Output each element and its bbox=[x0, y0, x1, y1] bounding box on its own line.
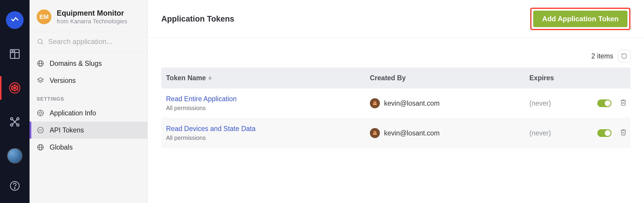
token-subtitle: All permissions bbox=[166, 135, 360, 141]
refresh-icon bbox=[621, 53, 627, 59]
settings-section-label: SETTINGS bbox=[30, 89, 147, 104]
rail-avatar[interactable] bbox=[0, 139, 30, 173]
nav-label: Domains & Slugs bbox=[50, 60, 102, 68]
th-expires[interactable]: Expires bbox=[525, 68, 590, 89]
nav-versions[interactable]: Versions bbox=[30, 72, 147, 89]
enable-toggle[interactable] bbox=[597, 129, 612, 137]
svg-point-18 bbox=[38, 39, 42, 44]
search-input[interactable] bbox=[48, 37, 140, 46]
user-avatar-icon bbox=[370, 98, 380, 108]
svg-rect-39 bbox=[374, 131, 376, 133]
token-subtitle: All permissions bbox=[166, 105, 360, 112]
svg-rect-40 bbox=[373, 133, 377, 135]
table-body: Read Entire Application All permissions … bbox=[161, 89, 630, 148]
globe-icon bbox=[36, 143, 45, 152]
rail-logo[interactable] bbox=[0, 3, 30, 37]
svg-line-19 bbox=[42, 43, 43, 45]
nav-api-tokens[interactable]: API API Tokens bbox=[30, 122, 147, 139]
sidebar: EM Equipment Monitor from Kanarra Techno… bbox=[30, 0, 148, 203]
rail-devices[interactable] bbox=[0, 71, 30, 105]
app-badge: EM bbox=[37, 9, 51, 24]
user-avatar-icon bbox=[370, 128, 380, 138]
app-header: EM Equipment Monitor from Kanarra Techno… bbox=[30, 0, 147, 32]
nav-application-info[interactable]: Application Info bbox=[30, 104, 147, 122]
token-name-link[interactable]: Read Devices and State Data bbox=[166, 125, 360, 133]
layers-icon bbox=[36, 76, 45, 85]
items-count: 2 items bbox=[591, 52, 613, 60]
topbar: Application Tokens Add Application Token bbox=[148, 0, 644, 38]
svg-text:API: API bbox=[39, 129, 42, 132]
rail-workflows[interactable] bbox=[0, 105, 30, 139]
created-by-email: kevin@losant.com bbox=[384, 129, 440, 137]
delete-button[interactable] bbox=[620, 99, 627, 108]
table-row: Read Entire Application All permissions … bbox=[161, 89, 630, 118]
add-application-token-button[interactable]: Add Application Token bbox=[533, 11, 627, 27]
nav-domains-slugs[interactable]: Domains & Slugs bbox=[30, 55, 147, 72]
svg-point-4 bbox=[14, 50, 15, 51]
list-meta: 2 items bbox=[148, 38, 644, 68]
gear-icon bbox=[36, 109, 45, 117]
expires-value: (never) bbox=[525, 123, 590, 144]
th-created-by[interactable]: Created By bbox=[365, 68, 525, 89]
svg-point-3 bbox=[12, 50, 13, 51]
svg-rect-37 bbox=[374, 102, 376, 103]
icon-rail bbox=[0, 0, 30, 203]
app-title: Equipment Monitor bbox=[57, 9, 127, 17]
api-icon: API bbox=[36, 126, 45, 135]
token-name-link[interactable]: Read Entire Application bbox=[166, 95, 360, 103]
svg-point-25 bbox=[39, 112, 42, 114]
globe-icon bbox=[36, 59, 45, 68]
refresh-button[interactable] bbox=[618, 50, 630, 62]
app-subtitle: from Kanarra Technologies bbox=[57, 18, 127, 25]
nav-label: API Tokens bbox=[50, 126, 84, 134]
nav-label: Versions bbox=[50, 77, 76, 85]
svg-rect-38 bbox=[373, 103, 377, 105]
delete-button[interactable] bbox=[620, 129, 627, 137]
tokens-table: Token Name Created By Expires Read Entir… bbox=[161, 68, 630, 148]
nav-main: Domains & Slugs Versions SETTINGS Applic… bbox=[30, 51, 147, 156]
nav-globals[interactable]: Globals bbox=[30, 139, 147, 156]
page-title: Application Tokens bbox=[161, 14, 234, 24]
rail-help[interactable] bbox=[0, 173, 30, 199]
table-header: Token Name Created By Expires bbox=[161, 68, 630, 89]
help-icon bbox=[9, 181, 20, 191]
trash-icon bbox=[620, 129, 627, 136]
expires-value: (never) bbox=[525, 93, 590, 114]
logo-icon bbox=[6, 11, 24, 29]
dashboard-icon bbox=[9, 48, 21, 60]
th-token-name[interactable]: Token Name bbox=[161, 68, 365, 89]
nav-label: Application Info bbox=[50, 109, 96, 117]
workflow-icon bbox=[9, 116, 21, 128]
svg-marker-23 bbox=[38, 78, 43, 81]
search-icon bbox=[37, 37, 44, 46]
svg-marker-35 bbox=[208, 76, 212, 78]
search-row bbox=[30, 32, 147, 51]
cube-icon bbox=[9, 82, 21, 94]
svg-point-17 bbox=[14, 188, 15, 189]
created-by-email: kevin@losant.com bbox=[384, 99, 440, 107]
rail-dashboard[interactable] bbox=[0, 37, 30, 71]
enable-toggle[interactable] bbox=[597, 99, 612, 107]
main: Application Tokens Add Application Token… bbox=[148, 0, 644, 203]
svg-marker-36 bbox=[208, 78, 212, 81]
sort-icon bbox=[208, 76, 212, 81]
add-button-highlight: Add Application Token bbox=[530, 8, 630, 30]
nav-label: Globals bbox=[50, 143, 73, 151]
trash-icon bbox=[620, 99, 627, 106]
avatar-icon bbox=[7, 148, 22, 163]
table-row: Read Devices and State Data All permissi… bbox=[161, 118, 630, 148]
th-actions bbox=[590, 68, 630, 89]
